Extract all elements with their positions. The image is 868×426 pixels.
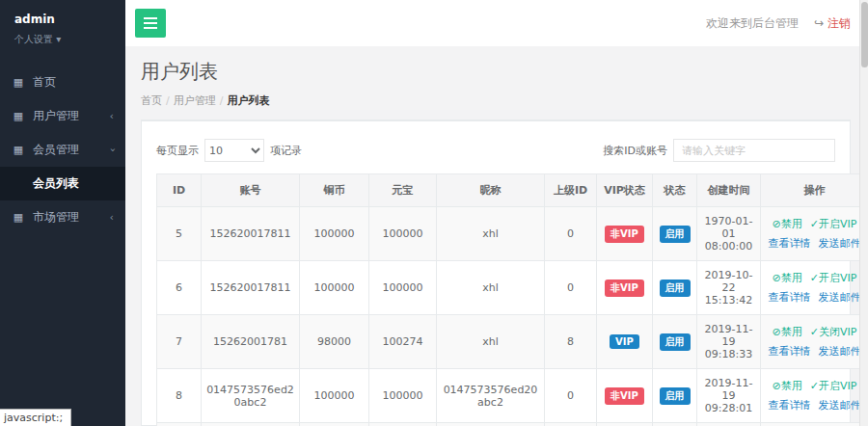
status-badge: 启用 bbox=[660, 226, 691, 243]
cell-created-time: 2019-10-22 15:13:42 bbox=[697, 261, 761, 315]
cell-vip-status: 非VIP bbox=[597, 207, 653, 261]
cell-vip-status: 非VIP bbox=[597, 423, 653, 426]
sidebar-item-label: 市场管理 bbox=[33, 209, 79, 226]
home-icon: ▦ bbox=[12, 76, 25, 89]
breadcrumb-current: 用户列表 bbox=[227, 94, 269, 107]
logout-link[interactable]: ↪ 注销 bbox=[814, 15, 851, 32]
cell-nickname: 0147573576ed20abc2 bbox=[437, 369, 545, 423]
cell-account: 152620017811 bbox=[202, 207, 300, 261]
send-mail-link[interactable]: 发送邮件 bbox=[819, 344, 861, 359]
cell-status: 启用 bbox=[653, 315, 697, 369]
table-row: 71526200178198000100274xhl8VIP启用2019-11-… bbox=[157, 315, 868, 369]
per-page-select[interactable]: 10 bbox=[204, 139, 264, 162]
cell-yuanbao: 100000 bbox=[369, 369, 437, 423]
cell-parent-id: 0 bbox=[545, 261, 597, 315]
vip-toggle-link[interactable]: ✓开启VIP bbox=[810, 379, 857, 393]
content-area: 每页显示 10 项记录 搜索ID或账号 bbox=[125, 118, 868, 426]
vertical-scrollbar[interactable] bbox=[859, 0, 868, 426]
view-detail-link[interactable]: 查看详情 bbox=[769, 290, 811, 305]
cell-operations: ⊘禁用✓开启VIP查看详情发送邮件 bbox=[761, 261, 868, 315]
disable-link[interactable]: ⊘禁用 bbox=[773, 379, 802, 393]
cell-copper: 98000 bbox=[300, 315, 369, 369]
cell-copper: 100000 bbox=[300, 261, 369, 315]
cell-created-time: 2019-11-19 09:18:33 bbox=[697, 315, 761, 369]
operations-group: ⊘禁用✓关闭VIP查看详情发送邮件 bbox=[765, 325, 864, 359]
breadcrumb-home[interactable]: 首页 bbox=[141, 94, 162, 107]
cell-id: 6 bbox=[157, 261, 202, 315]
status-badge: 非VIP bbox=[605, 280, 644, 297]
cell-nickname: xhl bbox=[437, 315, 545, 369]
column-header-9: 操作 bbox=[761, 174, 868, 207]
sidebar-item-label: 会员管理 bbox=[33, 142, 79, 158]
chevron-left-icon: ‹ bbox=[110, 110, 114, 122]
cell-operations: ⊘禁用✓开启VIP查看详情发送邮件 bbox=[761, 423, 868, 426]
cell-id: 16 bbox=[157, 423, 202, 426]
vip-toggle-link[interactable]: ✓关闭VIP bbox=[810, 325, 857, 339]
hamburger-icon bbox=[144, 17, 157, 19]
users-icon: ▦ bbox=[12, 110, 25, 122]
disable-link[interactable]: ⊘禁用 bbox=[773, 271, 802, 285]
sidebar-item-label: 首页 bbox=[33, 74, 56, 91]
column-header-4: 昵称 bbox=[437, 174, 545, 207]
per-page-prefix: 每页显示 bbox=[156, 144, 199, 158]
page-title: 用户列表 bbox=[141, 59, 853, 85]
breadcrumb: 首页/用户管理/用户列表 bbox=[141, 93, 853, 108]
table-row: 164443c6b6b5d07135a41000001000004443c6b6… bbox=[157, 423, 868, 426]
column-header-6: VIP状态 bbox=[597, 174, 653, 207]
cell-parent-id: 0 bbox=[545, 369, 597, 423]
operations-group: ⊘禁用✓开启VIP查看详情发送邮件 bbox=[765, 217, 864, 251]
cell-operations: ⊘禁用✓开启VIP查看详情发送邮件 bbox=[761, 369, 868, 423]
sidebar-toggle-button[interactable] bbox=[135, 9, 166, 38]
column-header-5: 上级ID bbox=[545, 174, 597, 207]
view-detail-link[interactable]: 查看详情 bbox=[769, 344, 811, 359]
cell-id: 5 bbox=[157, 207, 202, 261]
cell-status: 启用 bbox=[653, 423, 697, 426]
vip-toggle-link[interactable]: ✓开启VIP bbox=[810, 217, 857, 231]
sidebar-item-member-management[interactable]: ▦ 会员管理 ‹ bbox=[0, 133, 125, 167]
user-list-card: 每页显示 10 项记录 搜索ID或账号 bbox=[141, 120, 851, 426]
caret-down-icon: ▾ bbox=[56, 34, 61, 44]
cell-nickname: xhl bbox=[437, 261, 545, 315]
welcome-text: 欢迎来到后台管理 bbox=[706, 15, 799, 32]
status-badge: 非VIP bbox=[605, 387, 644, 405]
status-badge: 启用 bbox=[660, 333, 691, 351]
send-mail-link[interactable]: 发送邮件 bbox=[819, 398, 861, 413]
sidebar-item-market-management[interactable]: ▦ 市场管理 ‹ bbox=[0, 200, 125, 234]
breadcrumb-user-management[interactable]: 用户管理 bbox=[174, 94, 216, 107]
cell-account: 15262001781 bbox=[202, 315, 300, 369]
sidebar-item-home[interactable]: ▦ 首页 bbox=[0, 66, 125, 99]
cell-nickname: 4443c6b6b5d07135a4 bbox=[437, 423, 545, 426]
breadcrumb-separator: / bbox=[166, 94, 170, 107]
user-table-head: ID账号铜币元宝昵称上级IDVIP状态状态创建时间操作 bbox=[157, 174, 868, 207]
cell-yuanbao: 100000 bbox=[369, 261, 437, 315]
cell-created-time: 2019-11-26 10:36:42 bbox=[697, 423, 761, 426]
column-header-8: 创建时间 bbox=[697, 174, 761, 207]
disable-link[interactable]: ⊘禁用 bbox=[773, 217, 802, 231]
table-row: 80147573576ed20abc2100000100000014757357… bbox=[157, 369, 868, 423]
cell-status: 启用 bbox=[653, 207, 697, 261]
header-row: ID账号铜币元宝昵称上级IDVIP状态状态创建时间操作 bbox=[157, 174, 868, 207]
cell-copper: 100000 bbox=[300, 423, 369, 426]
cell-parent-id: 8 bbox=[545, 315, 597, 369]
column-header-1: 账号 bbox=[202, 174, 300, 207]
cell-id: 7 bbox=[157, 315, 202, 369]
sidebar-item-label: 用户管理 bbox=[33, 108, 79, 124]
sidebar-item-user-management[interactable]: ▦ 用户管理 ‹ bbox=[0, 99, 125, 133]
view-detail-link[interactable]: 查看详情 bbox=[769, 236, 811, 251]
sidebar-subitem-member-list[interactable]: 会员列表 bbox=[0, 167, 125, 200]
cell-status: 启用 bbox=[653, 261, 697, 315]
scrollbar-thumb[interactable] bbox=[861, 2, 868, 67]
browser-status-text: javascript:; bbox=[0, 409, 71, 426]
topbar-right: 欢迎来到后台管理 ↪ 注销 bbox=[706, 15, 851, 32]
disable-link[interactable]: ⊘禁用 bbox=[773, 325, 802, 339]
cell-created-time: 2019-11-19 09:28:01 bbox=[697, 369, 761, 423]
vip-toggle-link[interactable]: ✓开启VIP bbox=[810, 271, 857, 285]
cell-account: 0147573576ed20abc2 bbox=[202, 369, 300, 423]
search-input[interactable] bbox=[673, 139, 835, 162]
main-area: 欢迎来到后台管理 ↪ 注销 用户列表 首页/用户管理/用户列表 每页显示 1 bbox=[125, 0, 868, 426]
profile-settings-menu[interactable]: 个人设置 ▾ bbox=[14, 33, 111, 46]
topbar: 欢迎来到后台管理 ↪ 注销 bbox=[125, 0, 868, 46]
view-detail-link[interactable]: 查看详情 bbox=[769, 398, 811, 413]
send-mail-link[interactable]: 发送邮件 bbox=[819, 236, 861, 251]
send-mail-link[interactable]: 发送邮件 bbox=[819, 290, 861, 305]
